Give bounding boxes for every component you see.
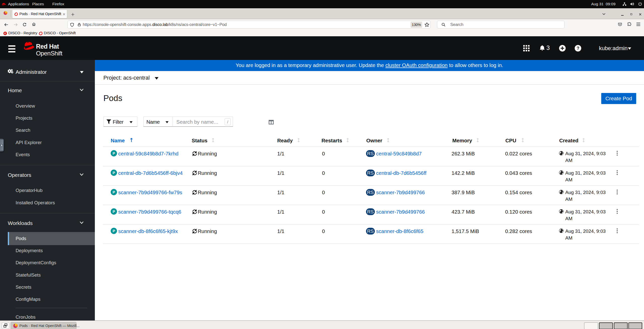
svg-text:?: ? <box>577 46 579 51</box>
